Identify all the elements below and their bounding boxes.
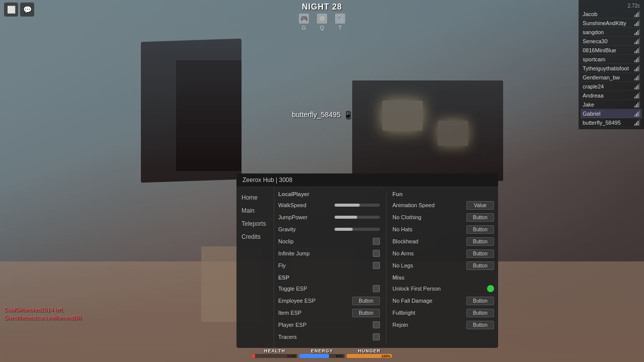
jumppower-label: JumpPower	[278, 214, 318, 220]
jumppower-fill	[335, 216, 357, 219]
no-hats-button[interactable]: Button	[466, 225, 494, 234]
signal-bars	[634, 56, 640, 62]
signal-bars	[634, 29, 640, 35]
signal-bars	[634, 38, 640, 44]
walkspeed-slider[interactable]	[335, 204, 380, 207]
toggle-esp-toggle[interactable]	[373, 285, 380, 292]
health-fill	[252, 354, 255, 358]
no-legs-row: No Legs Button	[392, 260, 494, 270]
player-list: 2.72c JacobSunshineAndKittysangdonSeneca…	[579, 0, 644, 129]
chat-icon[interactable]: 💬	[20, 3, 34, 17]
player-name: craple24	[583, 83, 604, 89]
signal-bars	[634, 74, 640, 80]
signal-bars	[634, 83, 640, 89]
player-name: Jacob	[583, 11, 597, 17]
energy-fill	[299, 354, 329, 358]
player-name: Gentleman_bw	[583, 74, 620, 80]
tools-icon: 🔧	[335, 14, 345, 24]
gravity-slider[interactable]	[335, 228, 380, 231]
no-fall-damage-button[interactable]: Button	[466, 297, 494, 305]
no-arms-button[interactable]: Button	[466, 249, 494, 258]
sidebar-item-home[interactable]: Home	[236, 191, 274, 204]
screenshot-icon[interactable]: ⬜	[4, 3, 18, 17]
health-value: 7/100	[287, 354, 296, 358]
unlock-first-person-label: Unlock First Person	[392, 286, 441, 292]
fly-row: Fly	[278, 260, 380, 270]
player-esp-label: Player ESP	[278, 322, 318, 328]
signal-bars	[634, 65, 640, 71]
energy-label: ENERGY	[311, 348, 333, 353]
blockhead-button[interactable]: Button	[466, 237, 494, 246]
tools-nav-icon[interactable]: 🔧 T	[335, 14, 345, 31]
chat-line-2: Guestthebestcars,millionandBill.	[4, 314, 83, 322]
signal-bars	[634, 20, 640, 26]
sidebar-item-main[interactable]: Main	[236, 204, 274, 217]
chat-log: CoolGirlanorea2014 left. Guestthebestcar…	[4, 306, 83, 322]
blockhead-row: Blockhead Button	[392, 236, 494, 246]
game-nav-icon[interactable]: 🎮 G	[299, 14, 309, 31]
gui-body: Home Main Teleports Credits LocalPlayer …	[236, 187, 498, 348]
player-name: sangdon	[583, 29, 604, 35]
no-fall-damage-row: No Fall Damage Button	[392, 296, 494, 306]
player-name: Gabriel	[583, 111, 600, 117]
fly-label: Fly	[278, 262, 318, 268]
player-list-item: Gentleman_bw	[581, 73, 642, 82]
no-clothing-button[interactable]: Button	[466, 213, 494, 222]
no-legs-label: No Legs	[392, 262, 433, 268]
infinite-jump-toggle[interactable]	[373, 250, 380, 257]
employee-esp-button[interactable]: Button	[352, 297, 380, 305]
player-name: SunshineAndKitty	[583, 20, 626, 26]
animation-speed-button[interactable]: Value	[466, 201, 494, 210]
health-bar-group: HEALTH 7/100	[252, 348, 297, 358]
player-list-item: Andreaa	[581, 91, 642, 100]
col-divider	[386, 191, 386, 344]
health-bar: 7/100	[252, 354, 297, 358]
player-esp-row: Player ESP	[278, 320, 380, 330]
no-clothing-row: No Clothing Button	[392, 212, 494, 222]
settings-nav-icon[interactable]: ⚙ Q	[317, 14, 327, 31]
walkspeed-fill	[335, 204, 360, 207]
esp-title: ESP	[278, 275, 380, 281]
gravity-label: Gravity	[278, 226, 318, 232]
player-list-items: JacobSunshineAndKittysangdonSeneca300816…	[581, 10, 642, 127]
item-esp-row: Item ESP Button	[278, 308, 380, 318]
gravity-fill	[335, 228, 353, 231]
noclip-toggle[interactable]	[373, 238, 380, 245]
infinite-jump-label: Infinite Jump	[278, 250, 318, 256]
player-name: Andreaa	[583, 93, 604, 99]
gui-header: Zeerox Hub | 3008	[236, 173, 498, 187]
sidebar-item-teleports[interactable]: Teleports	[236, 217, 274, 230]
animation-speed-label: Animation Speed	[392, 202, 435, 208]
player-name: sportcam	[583, 56, 605, 62]
tracers-row: Tracers	[278, 332, 380, 342]
signal-bars	[634, 11, 640, 17]
top-left-icons: ⬜ 💬	[4, 3, 34, 17]
health-label: HEALTH	[264, 348, 285, 353]
gui-sidebar: Home Main Teleports Credits	[236, 187, 274, 348]
signal-bars	[634, 47, 640, 53]
player-name: Jake	[583, 102, 594, 108]
sidebar-item-credits[interactable]: Credits	[236, 230, 274, 243]
player-esp-toggle[interactable]	[373, 321, 380, 328]
item-esp-button[interactable]: Button	[352, 309, 380, 317]
fly-toggle[interactable]	[373, 262, 380, 269]
fullbright-label: Fullbright	[392, 310, 433, 316]
player-list-item: craple24	[581, 82, 642, 91]
employee-esp-label: Employee ESP	[278, 298, 318, 304]
player-name: 0816MiniBlue	[583, 47, 616, 53]
tracers-toggle[interactable]	[373, 333, 380, 340]
signal-bars	[634, 110, 640, 117]
noclip-row: Noclip	[278, 236, 380, 246]
rejoin-button[interactable]: Button	[466, 321, 494, 329]
employee-esp-row: Employee ESP Button	[278, 296, 380, 306]
animation-speed-row: Animation Speed Value	[392, 200, 494, 210]
gui-panel: Zeerox Hub | 3008 Home Main Teleports Cr…	[236, 173, 498, 348]
top-bar: ⬜ 💬 NIGHT 28 🎮 G ⚙ Q 🔧 T	[0, 0, 644, 38]
fullbright-button[interactable]: Button	[466, 309, 494, 317]
jumppower-slider[interactable]	[335, 216, 380, 219]
tracers-label: Tracers	[278, 334, 318, 340]
gravity-row: Gravity	[278, 224, 380, 234]
unlock-first-person-toggle[interactable]	[487, 285, 494, 292]
player-nametag: butterfly_58495 📱	[292, 111, 352, 119]
no-legs-button[interactable]: Button	[466, 261, 494, 270]
